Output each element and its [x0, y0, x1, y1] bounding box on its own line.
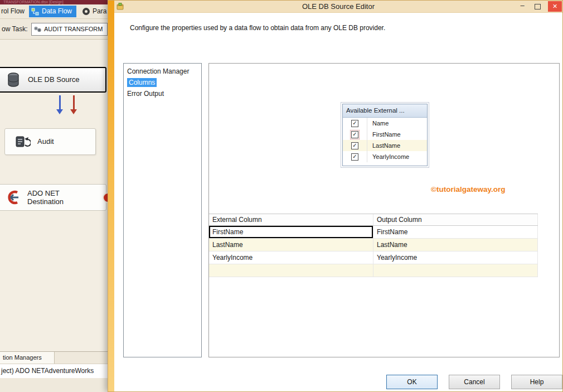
task-label: ow Task: — [2, 19, 27, 39]
close-icon: ✕ — [552, 3, 557, 9]
external-column-row[interactable]: ✓ FirstName — [343, 129, 427, 140]
task-combobox-value: AUDIT TRANSFORM — [44, 23, 103, 35]
dialog-body: Configure the properties used by a data … — [114, 13, 562, 391]
maximize-icon — [535, 4, 541, 9]
data-flow-icon — [31, 8, 39, 16]
close-button[interactable]: ✕ — [548, 1, 562, 12]
checkbox-cell: ✓ — [343, 140, 367, 151]
column-label: FirstName — [367, 131, 401, 138]
nav-item-error-output[interactable]: Error Output — [124, 88, 201, 99]
checkbox-cell: ✓ — [343, 151, 367, 162]
ole-db-source-icon — [7, 72, 21, 89]
component-ado-net-destination[interactable]: ADO NET Destination — [0, 184, 106, 211]
minimize-button[interactable]: – — [516, 1, 529, 12]
connection-manager-name: ject) ADO NETAdventureWorks — [0, 364, 108, 378]
checkbox-cell: ✓ — [343, 129, 367, 140]
output-path-arrow[interactable] — [56, 95, 63, 114]
checkbox-cell: ✓ — [343, 118, 367, 129]
column-mapping-grid: External Column Output Column FirstName … — [209, 214, 538, 277]
designer-tabs: rol Flow Data Flow Para — [0, 4, 108, 19]
watermark-text: ©tutorialgateway.org — [431, 185, 505, 193]
minimize-icon: – — [520, 1, 524, 9]
column-label: Name — [367, 120, 389, 127]
arrow-shaft — [73, 95, 75, 109]
grid-row: FirstName FirstName — [209, 226, 538, 239]
nav-item-connection-manager[interactable]: Connection Manager — [124, 66, 201, 77]
dialog-title: OLE DB Source Editor — [114, 1, 562, 13]
task-selector-row: ow Task: AUDIT TRANSFORM — [0, 19, 108, 40]
available-columns-header: Available External ... — [343, 104, 427, 118]
dialog-accent-strip — [108, 1, 114, 391]
component-label: OLE DB Source — [28, 68, 80, 91]
grid-row: LastName LastName — [209, 239, 538, 251]
checkbox-name[interactable]: ✓ — [351, 120, 358, 127]
grid-row — [209, 264, 538, 277]
component-label: ADO NET Destination — [27, 189, 64, 206]
document-tab-bar: TRANSFORMATION.dtsx [Design] — [0, 0, 108, 4]
available-external-columns-table: Available External ... ✓ Name ✓ FirstNam… — [342, 104, 428, 166]
nav-item-columns[interactable]: Columns — [124, 77, 201, 88]
component-audit[interactable]: Audit — [4, 128, 96, 155]
component-label: Audit — [37, 129, 54, 154]
page-list: Connection Manager Columns Error Output — [123, 63, 202, 357]
external-column-row[interactable]: ✓ YearlyIncome — [343, 151, 427, 162]
dialog-description: Configure the properties used by a data … — [130, 24, 551, 32]
parameters-icon[interactable] — [82, 8, 90, 15]
tab-data-flow[interactable]: Data Flow — [29, 6, 76, 17]
maximize-button[interactable] — [531, 1, 544, 12]
cancel-button[interactable]: Cancel — [449, 375, 500, 389]
checkbox-yearlyincome[interactable]: ✓ — [351, 153, 358, 161]
connection-manager-row[interactable]: ject) ADO NETAdventureWorks — [0, 364, 108, 378]
columns-page-panel: Available External ... ✓ Name ✓ FirstNam… — [208, 63, 560, 357]
external-column-cell[interactable] — [209, 264, 373, 277]
external-column-row[interactable]: ✓ Name — [343, 118, 427, 129]
output-column-cell[interactable]: FirstName — [373, 226, 538, 238]
task-combobox[interactable]: AUDIT TRANSFORM — [31, 23, 108, 36]
tab-parameters[interactable]: Para — [93, 4, 106, 18]
output-column-cell[interactable]: LastName — [373, 239, 538, 251]
grid-row: YearlyIncome YearlyIncome — [209, 251, 538, 264]
error-path-arrow[interactable] — [70, 95, 77, 114]
dialog-titlebar[interactable]: OLE DB Source Editor – ✕ — [114, 1, 562, 13]
ok-button[interactable]: OK — [386, 375, 438, 389]
external-column-cell[interactable]: YearlyIncome — [209, 251, 373, 264]
ado-net-destination-icon — [5, 190, 21, 205]
header-external-column: External Column — [209, 214, 373, 225]
ole-db-source-editor-dialog: OLE DB Source Editor – ✕ Configure the p… — [108, 0, 563, 392]
tab-connection-managers[interactable]: tion Managers — [0, 352, 55, 364]
component-ole-db-source[interactable]: OLE DB Source — [0, 67, 106, 93]
output-column-cell[interactable]: YearlyIncome — [373, 251, 538, 264]
tab-control-flow[interactable]: rol Flow — [1, 4, 25, 18]
external-column-cell[interactable]: LastName — [209, 239, 373, 251]
available-columns-footer — [343, 162, 427, 166]
screenshot-root: TRANSFORMATION.dtsx [Design] rol Flow Da… — [0, 0, 563, 392]
help-button[interactable]: Help — [511, 375, 562, 389]
checkbox-firstname[interactable]: ✓ — [351, 131, 358, 138]
grid-header-row: External Column Output Column — [209, 214, 538, 226]
checkbox-lastname[interactable]: ✓ — [351, 142, 358, 149]
audit-icon — [14, 134, 31, 149]
connection-managers-bar: tion Managers — [0, 351, 108, 364]
arrow-head-icon — [70, 109, 77, 114]
external-column-row[interactable]: ✓ LastName — [343, 140, 427, 151]
column-label: YearlyIncome — [367, 153, 409, 160]
external-column-cell[interactable]: FirstName — [209, 226, 373, 238]
header-output-column: Output Column — [373, 214, 538, 225]
arrow-shaft — [59, 95, 61, 109]
output-column-cell[interactable] — [373, 264, 538, 277]
column-label: LastName — [367, 142, 400, 149]
arrow-head-icon — [56, 109, 63, 114]
document-tab-title: TRANSFORMATION.dtsx [Design] — [3, 0, 64, 4]
audit-transform-icon — [33, 26, 42, 33]
